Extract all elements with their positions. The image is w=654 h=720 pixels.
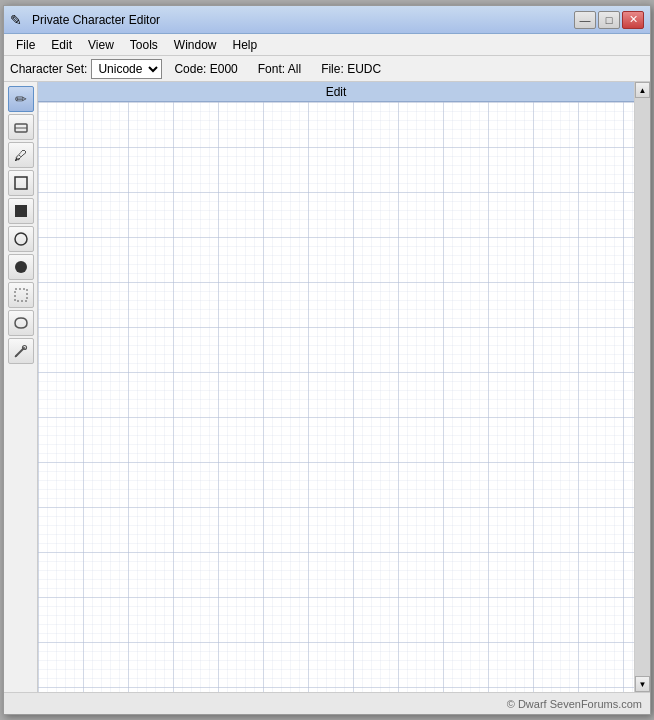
menu-edit[interactable]: Edit	[43, 34, 80, 55]
canvas-area: Edit	[38, 82, 634, 692]
charset-info: Code: E000 Font: All File: EUDC	[174, 62, 381, 76]
vertical-scrollbar[interactable]: ▲ ▼	[634, 82, 650, 692]
eyedropper-tool[interactable]	[8, 338, 34, 364]
selection-tool[interactable]	[8, 282, 34, 308]
window-title: Private Character Editor	[32, 13, 568, 27]
close-button[interactable]: ✕	[622, 11, 644, 29]
main-area: ✏ 🖊	[4, 82, 650, 692]
pen-tool[interactable]: 🖊	[8, 142, 34, 168]
ellipse-outline-tool[interactable]	[8, 226, 34, 252]
title-bar: ✎ Private Character Editor — □ ✕	[4, 6, 650, 34]
ellipse-fill-tool[interactable]	[8, 254, 34, 280]
watermark-text: © Dwarf SevenForums.com	[507, 698, 642, 710]
rect-fill-tool[interactable]	[8, 198, 34, 224]
menu-help[interactable]: Help	[225, 34, 266, 55]
window-controls: — □ ✕	[574, 11, 644, 29]
rect-outline-tool[interactable]	[8, 170, 34, 196]
grid-svg	[38, 102, 634, 692]
eraser-tool[interactable]	[8, 114, 34, 140]
charset-select[interactable]: Unicode ANSI	[91, 59, 162, 79]
svg-point-5	[15, 261, 27, 273]
svg-rect-3	[15, 205, 27, 217]
code-info: Code: E000	[174, 62, 237, 76]
scroll-up-button[interactable]: ▲	[635, 82, 650, 98]
canvas-header: Edit	[38, 82, 634, 102]
font-info: Font: All	[258, 62, 301, 76]
charset-label: Character Set:	[10, 62, 87, 76]
svg-point-4	[15, 233, 27, 245]
svg-rect-11	[38, 102, 634, 692]
status-bar: © Dwarf SevenForums.com	[4, 692, 650, 714]
menu-tools[interactable]: Tools	[122, 34, 166, 55]
file-info: File: EUDC	[321, 62, 381, 76]
svg-rect-6	[15, 289, 27, 301]
edit-grid[interactable]	[38, 102, 634, 692]
left-toolbar: ✏ 🖊	[4, 82, 38, 692]
lasso-tool[interactable]	[8, 310, 34, 336]
scroll-track[interactable]	[635, 98, 650, 676]
menu-window[interactable]: Window	[166, 34, 225, 55]
minimize-button[interactable]: —	[574, 11, 596, 29]
main-window: ✎ Private Character Editor — □ ✕ File Ed…	[3, 5, 651, 715]
pencil-tool[interactable]: ✏	[8, 86, 34, 112]
charset-bar: Character Set: Unicode ANSI Code: E000 F…	[4, 56, 650, 82]
menu-view[interactable]: View	[80, 34, 122, 55]
menu-file[interactable]: File	[8, 34, 43, 55]
maximize-button[interactable]: □	[598, 11, 620, 29]
app-icon: ✎	[10, 12, 26, 28]
menu-bar: File Edit View Tools Window Help	[4, 34, 650, 56]
svg-rect-2	[15, 177, 27, 189]
scroll-down-button[interactable]: ▼	[635, 676, 650, 692]
